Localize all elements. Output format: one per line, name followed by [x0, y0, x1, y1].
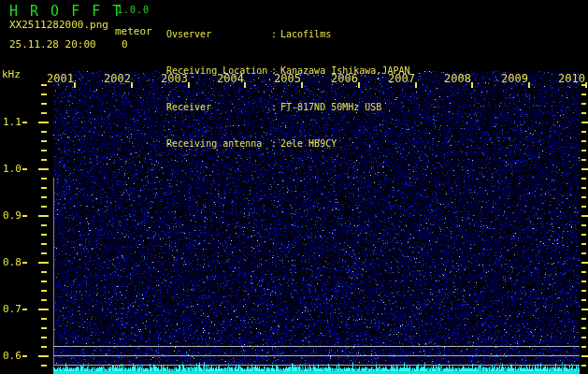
info-separator: : — [271, 28, 280, 40]
x-tick-label-2010: 2010 — [555, 72, 585, 85]
observation-timestamp: 25.11.28 20:00 — [9, 38, 96, 50]
y-axis-unit-label: kHz — [2, 68, 21, 80]
info-label: Receiver — [166, 101, 271, 113]
y-tick-label-1.1: 1.1 — [3, 116, 22, 128]
y-tick-label-0.8: 0.8 — [3, 256, 22, 268]
x-tick-label-2009: 2009 — [498, 72, 528, 85]
output-filename: XX2511282000.png — [9, 19, 108, 31]
x-tick-label-2007: 2007 — [385, 72, 415, 85]
y-tick-label-1.0: 1.0 — [3, 163, 22, 175]
y-tick-label-0.6: 0.6 — [3, 350, 22, 362]
x-tick-label-2001: 2001 — [44, 72, 74, 85]
app-version: 1.0.0 — [117, 5, 150, 15]
info-separator: : — [271, 137, 280, 150]
y-tick-label-0.9: 0.9 — [3, 209, 22, 222]
hrofft-window: H R O F F T 1.0.0 XX2511282000.png meteo… — [0, 0, 588, 374]
info-value: 2ele HB9CY — [280, 138, 337, 149]
x-tick-label-2008: 2008 — [441, 72, 471, 85]
x-tick-label-2004: 2004 — [214, 72, 244, 85]
info-row-antenna: Receiving antennaReceiving antenna:2ele … — [166, 137, 409, 150]
echo-count: 0 — [122, 38, 128, 50]
station-info: Ovserver:Lacofilms Receiving Location:Ka… — [166, 4, 409, 174]
x-tick-label-2006: 2006 — [328, 72, 358, 85]
info-value: Lacofilms — [280, 29, 331, 39]
app-title: H R O F F T — [9, 3, 122, 20]
info-row-receiver: Receiver:FT-817ND 50MHz USB — [166, 101, 409, 113]
info-value: FT-817ND 50MHz USB — [280, 102, 381, 112]
info-label: Receiving antenna — [166, 137, 271, 150]
y-tick-label-0.7: 0.7 — [3, 303, 22, 315]
info-separator: : — [271, 101, 280, 113]
x-tick-label-2002: 2002 — [101, 72, 131, 85]
observation-mode: meteor — [115, 25, 152, 37]
x-tick-label-2005: 2005 — [271, 72, 301, 85]
info-row-observer: Ovserver:Lacofilms — [166, 28, 409, 40]
x-tick-label-2003: 2003 — [158, 72, 188, 85]
info-label: Ovserver — [166, 28, 271, 40]
